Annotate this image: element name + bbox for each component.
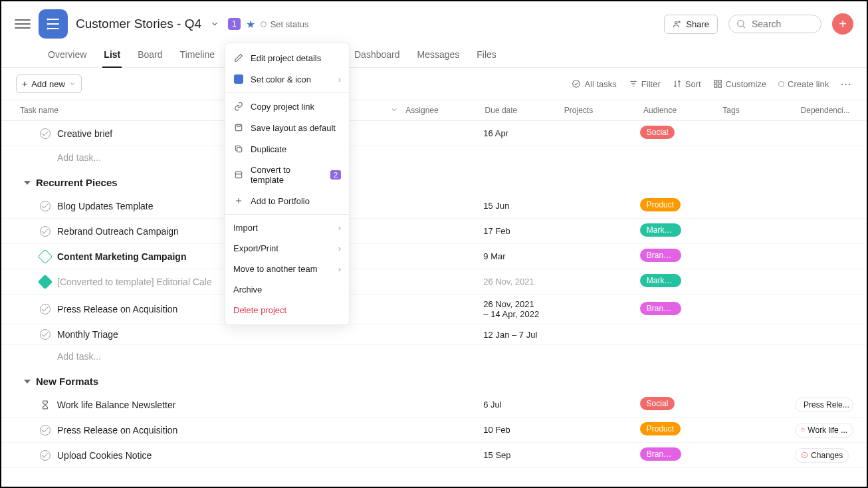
create-link-button[interactable]: Create link xyxy=(778,79,829,89)
project-title[interactable]: Customer Stories - Q4 xyxy=(76,17,201,31)
svg-rect-2 xyxy=(47,28,59,29)
col-header-dependencies[interactable]: Dependenci... xyxy=(801,106,867,115)
set-status-button[interactable]: Set status xyxy=(261,19,309,29)
audience-tag[interactable]: Social xyxy=(640,126,675,139)
milestone-complete-icon[interactable] xyxy=(38,274,53,289)
svg-rect-15 xyxy=(718,80,721,83)
menu-archive[interactable]: Archive xyxy=(225,279,349,300)
task-row[interactable]: Blog Updates Template15 JunProduct xyxy=(1,193,867,219)
tab-timeline[interactable]: Timeline xyxy=(179,44,216,67)
menu-duplicate[interactable]: Duplicate xyxy=(225,138,349,160)
audience-tag[interactable]: Product xyxy=(640,422,681,435)
audience-tag[interactable]: Branding xyxy=(640,302,681,315)
audience-tag[interactable]: Branding xyxy=(640,447,681,461)
task-row[interactable]: [Converted to template] Editorial Cale26… xyxy=(1,269,867,295)
menu-add-portfolio[interactable]: Add to Portfolio xyxy=(225,190,349,211)
svg-rect-17 xyxy=(718,84,721,87)
section-header[interactable]: New Formats xyxy=(1,368,867,392)
filter-button[interactable]: Filter xyxy=(629,79,661,89)
task-due-date: 26 Nov, 2021– 14 Apr, 2022 xyxy=(483,299,562,319)
complete-checkbox[interactable] xyxy=(40,304,51,314)
plus-icon xyxy=(233,195,244,206)
add-new-button[interactable]: +Add new xyxy=(16,74,82,93)
complete-checkbox[interactable] xyxy=(40,201,51,211)
tab-dashboard[interactable]: Dashboard xyxy=(353,44,401,67)
audience-tag[interactable]: Marketi... xyxy=(640,274,681,287)
task-row[interactable]: Creative brief16 AprSocial xyxy=(1,121,867,146)
dependency-pill[interactable]: Work life ... xyxy=(795,423,853,437)
tab-overview[interactable]: Overview xyxy=(47,44,88,67)
task-due-date: 26 Nov, 2021 xyxy=(483,277,562,287)
svg-point-4 xyxy=(47,23,49,25)
col-header-assignee[interactable]: Assignee xyxy=(405,106,485,115)
menu-move-team[interactable]: Move to another team› xyxy=(225,259,349,279)
menu-save-layout[interactable]: Save layout as default xyxy=(225,117,349,138)
task-row[interactable]: Press Release on Acquisition26 Nov, 2021… xyxy=(1,295,867,324)
star-icon[interactable]: ★ xyxy=(246,18,255,31)
svg-rect-14 xyxy=(714,80,716,83)
audience-tag[interactable]: Branding xyxy=(640,249,681,262)
svg-rect-22 xyxy=(235,124,241,130)
pencil-icon xyxy=(233,53,244,63)
tab-files[interactable]: Files xyxy=(475,44,498,67)
project-menu-chevron-icon[interactable] xyxy=(207,16,223,32)
link-icon xyxy=(233,101,244,112)
complete-checkbox[interactable] xyxy=(40,329,51,340)
dependency-pill[interactable]: Press Rele... xyxy=(795,398,853,412)
menu-set-color[interactable]: Set color & icon› xyxy=(225,68,349,90)
more-actions-button[interactable]: ··· xyxy=(841,79,852,89)
task-row[interactable]: Press Release on Acquisition10 FebProduc… xyxy=(1,418,867,443)
col-header-projects[interactable]: Projects xyxy=(564,106,643,115)
share-button[interactable]: Share xyxy=(664,15,718,34)
audience-tag[interactable]: Product xyxy=(640,198,681,211)
task-name: Monthly Triage xyxy=(57,329,389,340)
chevron-down-icon xyxy=(69,80,76,87)
audience-tag[interactable]: Social xyxy=(640,397,675,410)
create-button[interactable]: + xyxy=(832,13,853,35)
audience-tag[interactable]: Marketi... xyxy=(640,223,681,237)
complete-checkbox[interactable] xyxy=(40,450,51,461)
sort-button[interactable]: Sort xyxy=(673,79,701,89)
task-name: Upload Cookies Notice xyxy=(57,450,389,461)
chevron-right-icon: › xyxy=(338,223,341,233)
customize-button[interactable]: Customize xyxy=(713,79,766,89)
milestone-icon[interactable] xyxy=(38,249,53,264)
all-tasks-button[interactable]: All tasks xyxy=(572,79,616,89)
menu-toggle-icon[interactable] xyxy=(15,16,31,32)
task-due-date: 10 Feb xyxy=(483,425,562,435)
complete-checkbox[interactable] xyxy=(40,226,51,237)
task-row[interactable]: Work life Balance Newsletter6 JulSocialP… xyxy=(1,392,867,418)
svg-rect-23 xyxy=(237,124,241,126)
task-row[interactable]: Rebrand Outreach Campaign17 FebMarketi..… xyxy=(1,219,867,244)
add-task-button[interactable]: Add task... xyxy=(1,146,867,169)
task-due-date: 17 Feb xyxy=(483,226,562,236)
section-header[interactable]: Recurrent Pieces xyxy=(1,169,867,193)
complete-checkbox[interactable] xyxy=(40,425,51,435)
collapse-icon xyxy=(24,181,31,185)
task-row[interactable]: Upload Cookies Notice15 SepBrandingChang… xyxy=(1,443,867,468)
menu-import[interactable]: Import› xyxy=(225,217,349,238)
menu-delete-project[interactable]: Delete project xyxy=(225,300,349,320)
complete-checkbox[interactable] xyxy=(40,128,51,139)
svg-rect-1 xyxy=(47,23,59,25)
svg-rect-25 xyxy=(235,172,241,178)
task-due-date: 15 Sep xyxy=(483,450,562,460)
tab-board[interactable]: Board xyxy=(136,44,163,67)
tab-messages[interactable]: Messages xyxy=(416,44,461,67)
dependency-pill[interactable]: Changes xyxy=(795,448,849,463)
tab-list[interactable]: List xyxy=(102,44,122,68)
col-header-chevron-icon[interactable] xyxy=(390,106,406,115)
menu-export[interactable]: Export/Print› xyxy=(225,238,349,259)
col-header-tags[interactable]: Tags xyxy=(722,106,800,115)
svg-point-10 xyxy=(573,80,580,88)
search-input[interactable] xyxy=(728,15,821,33)
task-row[interactable]: Monthly Triage12 Jan – 7 Jul xyxy=(1,324,867,345)
menu-convert-template[interactable]: Convert to template2 xyxy=(225,160,349,190)
task-due-date: 15 Jun xyxy=(483,201,562,211)
col-header-audience[interactable]: Audience xyxy=(643,106,722,115)
add-task-button[interactable]: Add task... xyxy=(1,345,867,368)
menu-copy-link[interactable]: Copy project link xyxy=(225,96,349,117)
menu-edit-details[interactable]: Edit project details xyxy=(225,47,349,68)
col-header-due[interactable]: Due date xyxy=(485,106,564,115)
task-row[interactable]: Content Marketing Campaign9 MarBranding xyxy=(1,244,867,269)
